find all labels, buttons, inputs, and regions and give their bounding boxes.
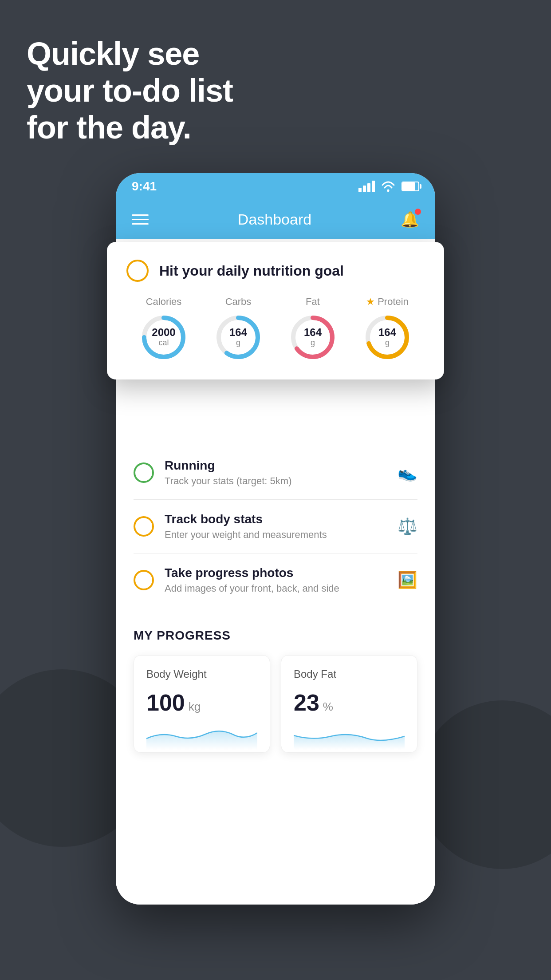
protein-unit: g: [378, 339, 396, 348]
notification-dot: [415, 209, 421, 215]
macro-fat: Fat 164 g: [288, 296, 337, 362]
nutrition-card: Hit your daily nutrition goal Calories 2…: [107, 242, 444, 379]
macro-calories: Calories 2000 cal: [139, 296, 188, 362]
progress-heading: MY PROGRESS: [134, 628, 417, 643]
body-weight-card: Body Weight 100 kg: [134, 655, 270, 753]
macro-carbs-donut: 164 g: [214, 313, 263, 362]
fat-unit: g: [304, 339, 322, 348]
fat-value: 164: [304, 327, 322, 338]
status-bar: 9:41: [116, 173, 435, 200]
body-fat-chart: [294, 723, 405, 750]
menu-icon[interactable]: [132, 214, 149, 225]
todo-item-photos[interactable]: Take progress photos Add images of your …: [134, 553, 417, 607]
body-weight-chart: [146, 723, 257, 750]
carbs-unit: g: [229, 339, 247, 348]
shoe-icon: 👟: [398, 463, 417, 482]
body-fat-unit: %: [323, 700, 333, 714]
macro-fat-label: Fat: [306, 296, 320, 308]
body-weight-label: Body Weight: [146, 668, 257, 680]
hero-line2: your to-do list: [27, 72, 233, 109]
todo-subtitle-body-stats: Enter your weight and measurements: [165, 529, 398, 541]
todo-subtitle-running: Track your stats (target: 5km): [165, 475, 398, 487]
todo-title-photos: Take progress photos: [165, 566, 398, 580]
nutrition-card-header: Hit your daily nutrition goal: [126, 260, 425, 282]
status-icons: [358, 181, 419, 192]
macro-protein-label-row: ★ Protein: [366, 296, 409, 308]
todo-text-running: Running Track your stats (target: 5km): [165, 458, 398, 487]
todo-text-body-stats: Track body stats Enter your weight and m…: [165, 512, 398, 541]
todo-title-running: Running: [165, 458, 398, 473]
notification-bell-icon[interactable]: 🔔: [401, 210, 419, 228]
battery-icon: [401, 182, 419, 191]
macro-fat-donut: 164 g: [288, 313, 337, 362]
macro-carbs: Carbs 164 g: [214, 296, 263, 362]
todo-circle-photos: [134, 570, 154, 590]
protein-value: 164: [378, 327, 396, 338]
hero-line1: Quickly see: [27, 36, 233, 72]
macro-protein-label: Protein: [378, 296, 409, 308]
calories-unit: cal: [152, 339, 175, 348]
star-icon: ★: [366, 296, 375, 308]
todo-circle-running: [134, 462, 154, 483]
body-weight-number: 100: [146, 689, 185, 716]
macro-protein: ★ Protein 164 g: [363, 296, 412, 362]
body-fat-label: Body Fat: [294, 668, 405, 680]
body-fat-card: Body Fat 23 %: [281, 655, 417, 753]
macro-carbs-label: Carbs: [225, 296, 252, 308]
bg-decor-right: [418, 700, 551, 869]
nav-bar: Dashboard 🔔: [116, 200, 435, 239]
progress-section: MY PROGRESS Body Weight 100 kg: [116, 607, 435, 771]
svg-point-0: [387, 190, 390, 192]
person-icon: 🖼️: [398, 571, 417, 589]
macro-calories-label: Calories: [146, 296, 182, 308]
macro-row: Calories 2000 cal Carbs: [126, 296, 425, 362]
progress-cards: Body Weight 100 kg: [134, 655, 417, 753]
body-weight-unit: kg: [189, 700, 201, 714]
calories-value: 2000: [152, 327, 175, 338]
todo-subtitle-photos: Add images of your front, back, and side: [165, 583, 398, 594]
wifi-icon: [381, 181, 395, 192]
nav-title: Dashboard: [238, 211, 311, 228]
body-weight-value-row: 100 kg: [146, 689, 257, 716]
macro-calories-donut: 2000 cal: [139, 313, 188, 362]
macro-protein-donut: 164 g: [363, 313, 412, 362]
hero-text: Quickly see your to-do list for the day.: [27, 36, 233, 146]
todo-circle-body-stats: [134, 516, 154, 537]
body-fat-value-row: 23 %: [294, 689, 405, 716]
hero-line3: for the day.: [27, 109, 233, 146]
carbs-value: 164: [229, 327, 247, 338]
todo-item-running[interactable]: Running Track your stats (target: 5km) 👟: [134, 446, 417, 500]
todo-text-photos: Take progress photos Add images of your …: [165, 566, 398, 594]
status-time: 9:41: [132, 179, 157, 194]
nutrition-card-title: Hit your daily nutrition goal: [159, 263, 344, 279]
todo-list: Running Track your stats (target: 5km) 👟…: [116, 446, 435, 607]
todo-item-body-stats[interactable]: Track body stats Enter your weight and m…: [134, 500, 417, 553]
todo-title-body-stats: Track body stats: [165, 512, 398, 526]
nutrition-check-circle: [126, 260, 149, 282]
scale-icon: ⚖️: [398, 517, 417, 536]
body-fat-number: 23: [294, 689, 319, 716]
signal-icon: [358, 181, 375, 192]
